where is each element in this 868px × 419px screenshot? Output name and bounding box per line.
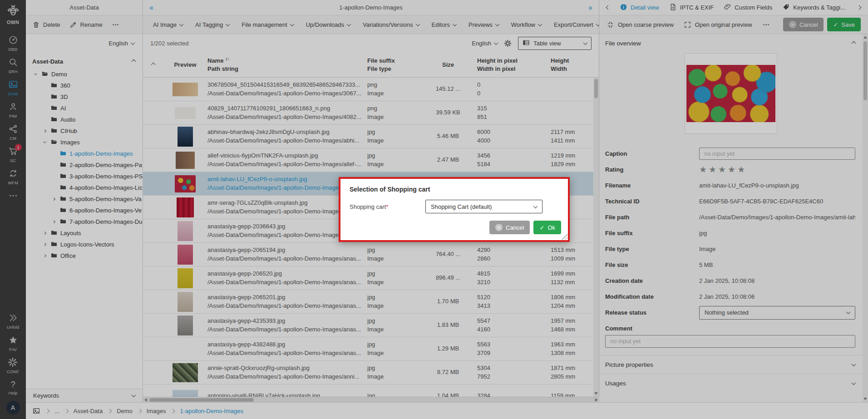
dialog-ok-button[interactable]: ✓Ok xyxy=(533,221,561,234)
required-mark: * xyxy=(386,203,388,210)
shopping-cart-field-label: Shopping cart* xyxy=(350,203,425,210)
dialog-cancel-button[interactable]: ×Cancel xyxy=(489,221,530,234)
dialog-title: Selection of Shopping cart xyxy=(350,186,559,193)
check-icon: ✓ xyxy=(539,224,544,231)
app-window: OMN DBDSRHDAMPIMCMSC1WFM UnfoldFAVCONF?H… xyxy=(0,0,868,419)
close-icon: × xyxy=(495,224,503,231)
shopping-cart-dialog: Selection of Shopping cart Shopping cart… xyxy=(339,177,570,242)
shopping-cart-select[interactable]: Shopping Cart (default) xyxy=(425,200,542,213)
dialog-resize-handle[interactable] xyxy=(561,233,567,240)
chevron-down-icon xyxy=(533,204,538,208)
